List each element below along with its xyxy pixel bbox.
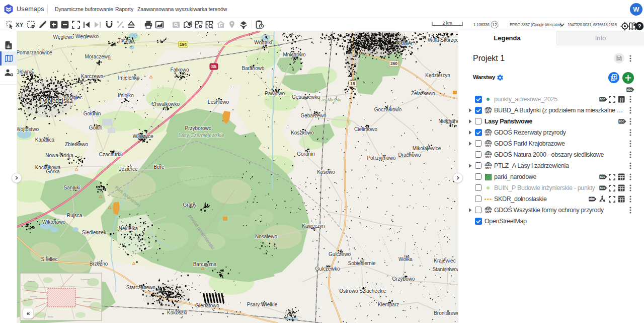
svg-text:12: 12 — [492, 22, 497, 27]
svg-text:abc: abc — [627, 88, 633, 91]
svg-text:MVT: MVT — [486, 166, 492, 169]
svg-text:Cielimowo: Cielimowo — [354, 126, 378, 132]
svg-text:abc: abc — [619, 119, 625, 123]
svg-text:Kędzierzyn: Kędzierzyn — [425, 73, 450, 78]
svg-text:abc: abc — [600, 97, 606, 101]
svg-text:Psary Wielkie: Psary Wielkie — [247, 302, 278, 307]
svg-text:Goranin: Goranin — [297, 151, 315, 157]
svg-text:Lasy Czerniejewskie: Lasy Czerniejewskie — [178, 133, 224, 138]
svg-text:Osiniec: Osiniec — [396, 41, 413, 46]
svg-text:Siedlec: Siedlec — [41, 256, 58, 262]
svg-text:Stanisławowo: Stanisławowo — [432, 267, 458, 272]
svg-text:Gołunin: Gołunin — [84, 111, 101, 116]
svg-text:Wrzesnia: Wrzesnia — [83, 300, 92, 303]
svg-text:MVT: MVT — [486, 144, 492, 147]
svg-text:Las Miejski: Las Miejski — [351, 51, 374, 56]
svg-text:Czachurki: Czachurki — [99, 152, 121, 157]
svg-text:Siedleczek: Siedleczek — [82, 230, 107, 235]
svg-text:Brzeźno: Brzeźno — [90, 261, 108, 267]
svg-text:260: 260 — [390, 61, 397, 66]
svg-text:abc: abc — [600, 186, 606, 189]
svg-text:Imielenko: Imielenko — [118, 75, 140, 81]
svg-text:Baranowo: Baranowo — [242, 66, 264, 71]
svg-text:Gulczewko: Gulczewko — [315, 266, 340, 272]
svg-text:Klemparz: Klemparz — [378, 302, 399, 307]
svg-text:Niechanowo: Niechanowo — [438, 118, 458, 124]
svg-text:Bure: Bure — [153, 164, 165, 170]
svg-text:Wójtostwo: Wójtostwo — [17, 126, 39, 132]
svg-text:Goczałkowo: Goczałkowo — [374, 107, 402, 112]
svg-text:Wola Skorzęcka: Wola Skorzęcka — [428, 37, 458, 43]
svg-text:Węglewko: Węglewko — [75, 34, 99, 39]
svg-text:Gębarzewko: Gębarzewko — [292, 94, 320, 100]
svg-text:Leśniewo: Leśniewo — [208, 99, 229, 105]
svg-text:Chwałkówko: Chwałkówko — [151, 101, 180, 107]
svg-text:?: ? — [637, 23, 641, 29]
svg-text:Żelazkowo: Żelazkowo — [411, 90, 435, 96]
svg-text:Górka: Górka — [46, 169, 60, 174]
svg-text:Pawłowo: Pawłowo — [265, 91, 285, 96]
svg-text:Sroda: Sroda — [48, 315, 53, 318]
svg-text:abc: abc — [600, 175, 606, 178]
svg-text:Nekielka: Nekielka — [119, 226, 138, 231]
svg-text:Gulczewo: Gulczewo — [329, 251, 351, 257]
svg-text:Kosowo: Kosowo — [317, 169, 335, 175]
svg-text:Główna: Główna — [17, 69, 33, 75]
svg-text:Pobiedz.: Pobiedz. — [28, 280, 36, 283]
svg-text:Kawęczyn: Kawęczyn — [302, 223, 325, 229]
svg-text:Pomarzanowice: Pomarzanowice — [17, 50, 52, 55]
svg-text:Rujsca: Rujsca — [67, 213, 83, 218]
svg-text:Potrzyjmowo: Potrzyjmowo — [367, 155, 396, 161]
svg-text:Krajewiec: Krajewiec — [434, 258, 455, 264]
svg-text:Golun: Golun — [89, 125, 103, 131]
svg-text:MVT: MVT — [486, 133, 492, 136]
svg-text:Koszkowo: Koszkowo — [291, 130, 314, 136]
svg-text:Gębarzewo: Gębarzewo — [300, 113, 327, 118]
svg-text:Kokoszki: Kokoszki — [167, 310, 187, 315]
svg-text:S5: S5 — [211, 64, 217, 69]
svg-text:Gierłatowo: Gierłatowo — [195, 303, 219, 308]
svg-text:Poznan: Poznan — [30, 295, 37, 298]
svg-text:Zbierkowo: Zbierkowo — [65, 142, 89, 147]
svg-text:Starczanowo: Starczanowo — [126, 285, 155, 290]
svg-text:Sanniki: Sanniki — [64, 185, 80, 190]
svg-text:Tuczno: Tuczno — [118, 38, 134, 43]
svg-text:Ostrowo Szlacheckie: Ostrowo Szlacheckie — [339, 288, 386, 294]
svg-text:Węglewo: Węglewo — [53, 34, 74, 40]
svg-text:Wodniki: Wodniki — [254, 40, 272, 45]
svg-text:Moraczewo: Moraczewo — [85, 54, 111, 59]
svg-text:Imiołko: Imiołko — [118, 93, 134, 98]
svg-text:Pobiedziska: Pobiedziska — [40, 97, 73, 104]
svg-text:Broniszewo: Broniszewo — [434, 310, 458, 316]
svg-text:Graby: Graby — [183, 202, 196, 208]
svg-text:MVT: MVT — [486, 111, 492, 114]
svg-text:Wiktorowo: Wiktorowo — [42, 219, 66, 225]
svg-text:Wierzyce: Wierzyce — [132, 134, 153, 139]
svg-text:Przyborowo: Przyborowo — [185, 125, 212, 131]
svg-text:Mikołajewice: Mikołajewice — [413, 146, 441, 151]
svg-text:Trzemesz: Trzemesz — [80, 278, 89, 281]
svg-text:Grzybowo: Grzybowo — [392, 276, 415, 282]
svg-text:MVT: MVT — [486, 211, 492, 214]
svg-text:Nowa Górka: Nowa Górka — [45, 153, 73, 158]
svg-text:Wólka: Wólka — [398, 256, 413, 262]
svg-text:Fałkowo: Fałkowo — [170, 67, 189, 73]
svg-text:Drachowo: Drachowo — [398, 152, 421, 158]
svg-text:Nosalewo: Nosalewo — [255, 234, 277, 239]
svg-text:194: 194 — [180, 42, 187, 47]
svg-text:15: 15 — [350, 81, 355, 86]
svg-text:Kapalica: Kapalica — [35, 137, 55, 143]
svg-text:abc: abc — [589, 197, 595, 201]
svg-text:Sobiesiernie: Sobiesiernie — [348, 261, 375, 266]
svg-text:Barczyzna: Barczyzna — [193, 262, 217, 267]
svg-text:Las Miejski: Las Miejski — [319, 97, 342, 102]
svg-text:2 km: 2 km — [442, 21, 452, 26]
svg-text:MVT: MVT — [486, 155, 492, 158]
svg-text:Mnichowo: Mnichowo — [283, 52, 305, 57]
svg-text:Jezierce: Jezierce — [119, 166, 138, 172]
svg-text:Karczewo: Karczewo — [81, 74, 103, 79]
